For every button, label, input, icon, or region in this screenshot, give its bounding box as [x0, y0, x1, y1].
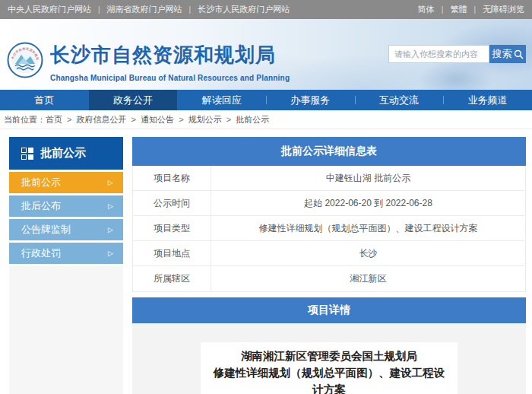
- sidebar-item-label: 公告牌监制: [21, 223, 71, 237]
- link-hunan-gov[interactable]: 湖南省政府门户网站: [107, 4, 182, 15]
- row-label-project-location: 项目地点: [133, 241, 211, 265]
- project-detail-title: 项目详情: [132, 297, 526, 323]
- info-table: 项目名称 中建钰山湖 批前公示 公示时间 起始 2022-06-20 到 202…: [132, 166, 526, 292]
- row-value-project-type: 修建性详细规划（规划总平面图）、建设工程设计方案: [211, 216, 525, 240]
- arrow-right-icon: ▷: [108, 250, 113, 257]
- sidebar: 批前公示 批前公示 ▷ 批后公布 ▷ 公告牌监制 ▷ 行政处罚 ▷: [9, 137, 123, 394]
- arrow-right-icon: ▷: [108, 203, 113, 210]
- document-paper: 湖南湘江新区管理委员会国土规划局 修建性详细规划（规划总平面图）、建设工程设计方…: [201, 342, 458, 394]
- breadcrumb-separator: >: [129, 115, 139, 124]
- sidebar-item-notice-board-supervision[interactable]: 公告牌监制 ▷: [9, 219, 123, 240]
- sidebar-header-label: 批前公示: [40, 146, 86, 160]
- arrow-right-icon: ▷: [108, 227, 113, 234]
- separator: |: [189, 5, 192, 14]
- sidebar-item-post-approval-publication[interactable]: 批后公布 ▷: [9, 195, 123, 217]
- breadcrumb-prefix: 当前位置：: [4, 115, 46, 124]
- row-label-project-name: 项目名称: [133, 166, 211, 190]
- document-line-authority: 湖南湘江新区管理委员会国土规划局: [210, 348, 448, 364]
- nav-item-services[interactable]: 办事服务: [266, 90, 355, 110]
- sidebar-header: 批前公示: [9, 137, 123, 170]
- link-changsha-gov[interactable]: 长沙市人民政府门户网站: [198, 4, 290, 15]
- gov-portal-links: 中央人民政府门户网站 | 湖南省政府门户网站 | 长沙市人民政府门户网站: [8, 4, 290, 15]
- content-area: 批前公示 批前公示 ▷ 批后公布 ▷ 公告牌监制 ▷ 行政处罚 ▷ 批前公示详细…: [0, 129, 532, 394]
- sidebar-item-label: 批后公布: [21, 199, 61, 213]
- top-utility-bar: 中央人民政府门户网站 | 湖南省政府门户网站 | 长沙市人民政府门户网站 简体 …: [0, 0, 532, 19]
- table-row: 所属辖区 湘江新区: [133, 266, 525, 291]
- search-input[interactable]: [388, 45, 489, 63]
- breadcrumb-separator: >: [224, 115, 234, 124]
- link-simplified-chinese[interactable]: 简体: [418, 4, 435, 15]
- breadcrumb: 当前位置：首页 > 政府信息公开 > 通知公告 > 规划公示 > 批前公示: [0, 110, 532, 129]
- table-row: 项目名称 中建钰山湖 批前公示: [133, 166, 525, 191]
- search-icon: [514, 49, 524, 59]
- table-row: 项目地点 长沙: [133, 241, 525, 266]
- breadcrumb-info-disclosure[interactable]: 政府信息公开: [77, 115, 127, 124]
- nav-item-interaction[interactable]: 互动交流: [355, 90, 444, 110]
- site-title: 长沙市自然资源和规划局: [50, 42, 290, 68]
- sidebar-item-label: 批前公示: [21, 176, 61, 189]
- document-line-plan-type: 修建性详细规划（规划总平面图）、建设工程设计方案: [210, 364, 448, 394]
- row-value-district: 湘江新区: [211, 266, 525, 291]
- link-central-gov[interactable]: 中央人民政府门户网站: [8, 4, 91, 15]
- row-value-notice-period: 起始 2022-06-20 到 2022-06-28: [211, 191, 525, 215]
- grid-icon: [21, 148, 33, 160]
- brand-block: 长沙市自然资源和规划局 Changsha Municipal Bureau of…: [50, 42, 290, 82]
- nav-item-interpretation[interactable]: 解读回应: [177, 90, 266, 110]
- breadcrumb-separator: >: [65, 115, 74, 124]
- row-label-notice-period: 公示时间: [133, 191, 211, 215]
- search-button-label: 搜索: [492, 47, 512, 61]
- language-links: 简体 | 繁體 | 无障碍浏览: [418, 4, 524, 15]
- sidebar-item-administrative-penalty[interactable]: 行政处罚 ▷: [9, 243, 123, 264]
- sidebar-item-label: 行政处罚: [21, 246, 61, 260]
- breadcrumb-planning-notices[interactable]: 规划公示: [188, 115, 222, 124]
- separator: |: [473, 5, 476, 14]
- separator: |: [98, 5, 100, 14]
- main-panel: 批前公示详细信息表 项目名称 中建钰山湖 批前公示 公示时间 起始 2022-0…: [132, 137, 526, 394]
- table-row: 公示时间 起始 2022-06-20 到 2022-06-28: [133, 191, 525, 216]
- arrow-right-icon: ▷: [108, 180, 113, 186]
- nav-item-gov-disclosure[interactable]: 政务公开: [89, 90, 178, 110]
- sidebar-filler: [9, 266, 123, 394]
- site-header: 长沙市自然资源和规划局 长沙市自然资源和规划局 Changsha Municip…: [0, 19, 532, 90]
- table-row: 项目类型 修建性详细规划（规划总平面图）、建设工程设计方案: [133, 216, 525, 241]
- breadcrumb-home[interactable]: 首页: [46, 115, 62, 124]
- site-subtitle: Changsha Municipal Bureau of Natural Res…: [50, 74, 290, 82]
- breadcrumb-separator: >: [176, 115, 186, 124]
- link-traditional-chinese[interactable]: 繁體: [450, 4, 467, 15]
- breadcrumb-notices[interactable]: 通知公告: [141, 115, 174, 124]
- nav-item-home[interactable]: 首页: [0, 90, 89, 110]
- nav-item-business-channel[interactable]: 业务频道: [443, 90, 532, 110]
- row-value-project-location: 长沙: [211, 241, 525, 265]
- document-area: 湖南湘江新区管理委员会国土规划局 修建性详细规划（规划总平面图）、建设工程设计方…: [132, 323, 526, 394]
- row-value-project-name: 中建钰山湖 批前公示: [211, 166, 525, 190]
- sidebar-item-pre-approval-notice[interactable]: 批前公示 ▷: [9, 172, 123, 193]
- search-box: 搜索: [388, 45, 526, 63]
- main-nav: 首页 政务公开 解读回应 办事服务 互动交流 业务频道: [0, 90, 532, 110]
- info-table-title: 批前公示详细信息表: [132, 137, 526, 166]
- breadcrumb-current-page: 批前公示: [236, 115, 269, 124]
- link-accessibility[interactable]: 无障碍浏览: [483, 4, 524, 15]
- row-label-district: 所属辖区: [133, 266, 211, 291]
- separator: |: [442, 5, 444, 14]
- bureau-logo: 长沙市自然资源和规划局: [7, 42, 43, 81]
- row-label-project-type: 项目类型: [133, 216, 211, 240]
- search-button[interactable]: 搜索: [489, 45, 526, 63]
